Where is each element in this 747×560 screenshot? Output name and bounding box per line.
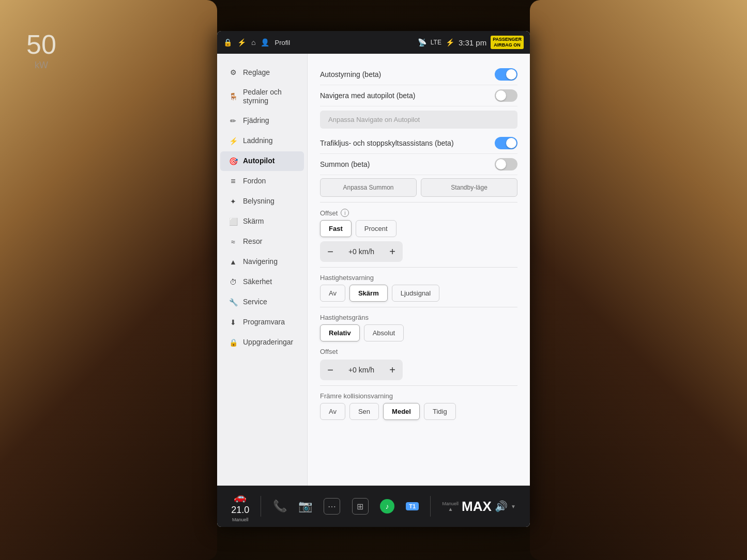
taskbar-divider-1 [261, 496, 261, 517]
hastighetsvarning-label: Hastighetsvarning [320, 274, 374, 282]
car-icon: 🚗 [234, 491, 247, 503]
summon-row: Summon (beta) [320, 154, 517, 175]
taskbar-grid[interactable]: ⊞ [352, 498, 369, 515]
offset-label: Offset [320, 209, 338, 217]
interior-right [530, 0, 747, 560]
manuell-left: Manuell [232, 517, 249, 522]
sidebar-item-resor[interactable]: ≈ Resor [220, 232, 304, 252]
interior-left: 50 kW [0, 0, 217, 560]
hastighetsvarning-options: Av Skärm Ljudsignal [320, 285, 517, 302]
time-display: 3:31 pm [459, 38, 486, 47]
taskbar-phone[interactable]: 📞 [273, 500, 287, 513]
uppgraderingar-icon: 🔒 [228, 338, 238, 347]
navigera-row: Navigera med autopilot (beta) [320, 85, 517, 106]
offset-plus-button[interactable]: + [382, 241, 403, 262]
sidebar-item-belysning[interactable]: ✦ Belysning [220, 192, 304, 211]
airbag-badge: PASSENGER AIRBAG ON [491, 36, 524, 49]
sidebar-item-skarm[interactable]: ⬜ Skärm [220, 212, 304, 231]
framre-av-button[interactable]: Av [320, 403, 345, 420]
grid-icon: ⊞ [352, 498, 369, 515]
autopilot-content: Autostyrning (beta) Navigera med autopil… [308, 54, 530, 486]
camera-icon: 📷 [298, 500, 312, 513]
sidebar-item-uppgraderingar[interactable]: 🔒 Uppgraderingar [220, 333, 304, 352]
hastighetsgrans-header: Hastighetsgräns [320, 314, 517, 321]
framre-sen-button[interactable]: Sen [349, 403, 379, 420]
anpassa-navigate-button[interactable]: Anpassa Navigate on Autopilot [320, 111, 517, 129]
summon-toggle[interactable] [495, 158, 517, 170]
sidebar-item-laddning[interactable]: ⚡ Laddning [220, 131, 304, 151]
pedaler-label: Pedaler och styrning [243, 88, 296, 105]
sidebar-item-autopilot[interactable]: 🎯 Autopilot [220, 151, 304, 171]
framre-label: Främre kollisionsvarning [320, 392, 393, 400]
hastighetsgrans-options: Relativ Absolut [320, 324, 517, 341]
offset-stepper: − +0 km/h + [320, 241, 403, 262]
offset-fast-button[interactable]: Fast [320, 220, 352, 237]
offset2-plus-button[interactable]: + [382, 360, 403, 380]
status-right-info: 📡 LTE ⚡ 3:31 pm PASSENGER AIRBAG ON [418, 36, 524, 49]
offset-minus-button[interactable]: − [320, 241, 341, 262]
divider-3 [320, 307, 517, 307]
sidebar-item-service[interactable]: 🔧 Service [220, 292, 304, 312]
sidebar-item-reglage[interactable]: ⚙ Reglage [220, 63, 304, 82]
signal-icon: 📡 [418, 38, 426, 46]
hastighetsvarning-skarm-button[interactable]: Skärm [349, 285, 388, 302]
hastighetsvarning-av-button[interactable]: Av [320, 285, 345, 302]
taskbar-media-badge[interactable]: T1 [406, 502, 419, 510]
trafikljus-toggle[interactable] [495, 137, 517, 149]
summon-label: Summon (beta) [320, 160, 370, 168]
taskbar-spotify[interactable]: ♪ [380, 499, 394, 514]
resor-label: Resor [243, 237, 262, 246]
spotify-icon: ♪ [380, 499, 394, 514]
autostyrning-toggle[interactable] [495, 68, 517, 81]
laddning-label: Laddning [243, 136, 273, 145]
sidebar-item-programvara[interactable]: ⬇ Programvara [220, 313, 304, 332]
taskbar: 🚗 21.0 Manuell 📞 📷 ⋯ ⊞ ♪ T1 [217, 486, 530, 527]
hastighetsgrans-absolut-button[interactable]: Absolut [364, 324, 404, 341]
summon-actions: Anpassa Summon Standby-läge [320, 178, 517, 197]
hastighetsvarning-ljud-button[interactable]: Ljudsignal [392, 285, 440, 302]
taskbar-car-left[interactable]: 🚗 21.0 Manuell [231, 491, 249, 522]
status-bar: 🔒 ⚡ ⌂ 👤 Profil 📡 LTE ⚡ 3:31 pm PASSENGER… [217, 31, 530, 54]
taskbar-camera[interactable]: 📷 [298, 500, 312, 513]
offset2-minus-button[interactable]: − [320, 360, 341, 380]
person-icon: 👤 [261, 38, 269, 46]
anpassa-summon-button[interactable]: Anpassa Summon [320, 178, 417, 197]
standby-button[interactable]: Standby-läge [421, 178, 517, 197]
offset2-label: Offset [320, 348, 338, 355]
sidebar-item-fordon[interactable]: ≡ Fordon [220, 172, 304, 191]
framre-medel-button[interactable]: Medel [383, 403, 420, 420]
lightning-icon: ⚡ [237, 38, 246, 46]
autostyrning-label: Autostyrning (beta) [320, 70, 381, 79]
offset-procent-button[interactable]: Procent [356, 220, 397, 237]
sidebar-item-sakerhet[interactable]: ⏱ Säkerhet [220, 272, 304, 292]
sidebar-item-navigering[interactable]: ▲ Navigering [220, 252, 304, 272]
uppgraderingar-label: Uppgraderingar [243, 338, 293, 347]
service-icon: 🔧 [228, 298, 238, 307]
offset-options: Fast Procent [320, 220, 517, 237]
reglage-icon: ⚙ [228, 68, 238, 77]
framre-tidig-button[interactable]: Tidig [424, 403, 456, 420]
lock-icon: 🔒 [223, 38, 232, 46]
media-badge: T1 [406, 502, 419, 510]
offset-value: +0 km/h [341, 247, 382, 256]
fordon-icon: ≡ [228, 177, 238, 186]
offset2-stepper: − +0 km/h + [320, 360, 403, 380]
lte-label: LTE [431, 39, 441, 46]
offset-info-icon: i [341, 209, 349, 217]
sidebar-item-pedaler[interactable]: 🪑 Pedaler och styrning [220, 83, 304, 111]
navigera-label: Navigera med autopilot (beta) [320, 91, 415, 100]
hastighetsgrans-relativ-button[interactable]: Relativ [320, 324, 360, 341]
phone-icon: 📞 [273, 500, 287, 513]
hastighetsgrans-label: Hastighetsgräns [320, 314, 369, 321]
navigering-icon: ▲ [228, 257, 238, 267]
status-left-icons: 🔒 ⚡ ⌂ 👤 Profil [223, 38, 290, 46]
taskbar-max-volume[interactable]: Manuell ▲ MAX 🔊 ▼ [443, 499, 516, 515]
sakerhet-icon: ⏱ [228, 277, 238, 287]
offset2-header: Offset [320, 348, 517, 355]
trafikljus-row: Trafikljus- och stoppskyltsassistans (be… [320, 133, 517, 154]
navigering-label: Navigering [243, 257, 278, 266]
navigera-toggle[interactable] [495, 89, 517, 102]
taskbar-dots-menu[interactable]: ⋯ [324, 498, 340, 515]
sidebar-item-fjadring[interactable]: ✏ Fjädring [220, 111, 304, 131]
framre-options: Av Sen Medel Tidig [320, 403, 517, 420]
